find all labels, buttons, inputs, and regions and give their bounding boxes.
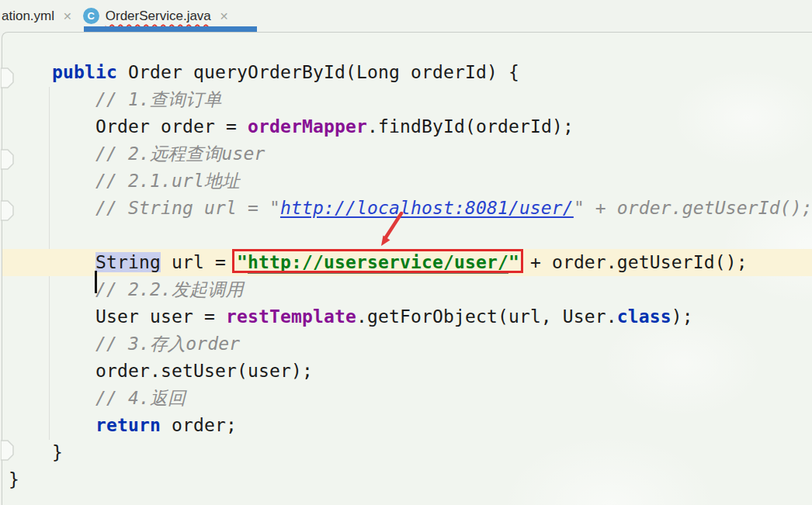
code-token: // 2.1.url地址 <box>95 171 240 191</box>
code-token <box>9 89 95 109</box>
code-token: // String url = " <box>95 198 280 218</box>
code-line[interactable]: // 2.1.url地址 <box>2 168 812 195</box>
code-token: } <box>9 442 63 462</box>
code-token: class <box>617 306 671 327</box>
annotation-arrow-icon <box>365 206 411 254</box>
code-line[interactable]: // 2.远程查询user <box>2 140 812 168</box>
code-token: http://localhost:8081/user/ <box>280 198 574 218</box>
code-area[interactable]: public Order queryOrderById(Long orderId… <box>2 59 812 493</box>
code-line[interactable]: public Order queryOrderById(Long orderId… <box>2 59 812 86</box>
code-token: order.setUser(user); <box>9 361 313 381</box>
code-line[interactable]: return order; <box>2 412 812 439</box>
code-token <box>9 415 95 435</box>
code-token: } <box>9 469 19 489</box>
code-token <box>9 388 95 408</box>
editor-tab-bar: ation.yml ✕ C OrderService.java ✕ <box>0 0 812 32</box>
code-token <box>9 62 52 82</box>
code-line[interactable]: } <box>2 466 812 493</box>
code-token: order; <box>161 415 237 435</box>
code-token <box>9 252 95 272</box>
code-token: " <box>237 252 248 272</box>
code-token: Order queryOrderById(Long orderId) { <box>117 62 519 82</box>
code-line[interactable]: // 1.查询订单 <box>2 86 812 113</box>
code-line[interactable]: order.setUser(user); <box>2 358 812 385</box>
close-icon[interactable]: ✕ <box>220 11 229 22</box>
code-token: User user = <box>9 306 226 327</box>
java-class-icon: C <box>83 8 99 24</box>
code-token: " + order.getUserId(); <box>574 198 812 218</box>
code-token: restTemplate <box>226 306 356 327</box>
code-line[interactable]: // 3.存入order <box>2 330 812 358</box>
code-token: url = <box>161 252 237 272</box>
code-token <box>9 198 95 218</box>
tab-application-yml[interactable]: ation.yml ✕ <box>0 0 72 32</box>
code-line[interactable]: // 2.2.发起调用 <box>2 276 812 303</box>
code-token: // 1.查询订单 <box>95 89 222 109</box>
code-line[interactable]: } <box>2 439 812 466</box>
code-token <box>9 279 95 299</box>
code-token: Order order = <box>9 116 248 137</box>
code-token: // 3.存入order <box>95 334 240 354</box>
code-token: orderMapper <box>248 116 367 137</box>
tab-label: OrderService.java <box>106 9 211 24</box>
code-token: .getForObject(url, User. <box>356 306 617 327</box>
code-line[interactable]: // 4.返回 <box>2 385 812 412</box>
code-editor[interactable]: public Order queryOrderById(Long orderId… <box>2 32 812 505</box>
active-tab-indicator <box>84 26 257 32</box>
close-icon[interactable]: ✕ <box>63 11 72 22</box>
code-token: + order.getUserId(); <box>519 252 748 272</box>
code-token: public <box>52 62 117 82</box>
annotation-red-box: "http://userservice/user/" <box>237 252 519 272</box>
code-line[interactable]: Order order = orderMapper.findById(order… <box>2 113 812 140</box>
code-token: http://userservice/user/ <box>248 252 508 274</box>
code-token: // 2.远程查询user <box>95 144 265 164</box>
tab-label: ation.yml <box>2 9 54 24</box>
code-token: .findById(orderId); <box>367 116 574 137</box>
code-token <box>9 144 95 164</box>
code-token: " <box>508 252 519 272</box>
code-line[interactable]: User user = restTemplate.getForObject(ur… <box>2 303 812 330</box>
code-token: // 2.2.发起调用 <box>95 279 244 299</box>
code-token: return <box>95 415 161 435</box>
code-token <box>9 334 95 354</box>
code-token: ); <box>671 306 693 327</box>
code-token <box>9 171 95 191</box>
code-token: // 4.返回 <box>95 388 186 408</box>
code-token: String <box>95 252 161 272</box>
